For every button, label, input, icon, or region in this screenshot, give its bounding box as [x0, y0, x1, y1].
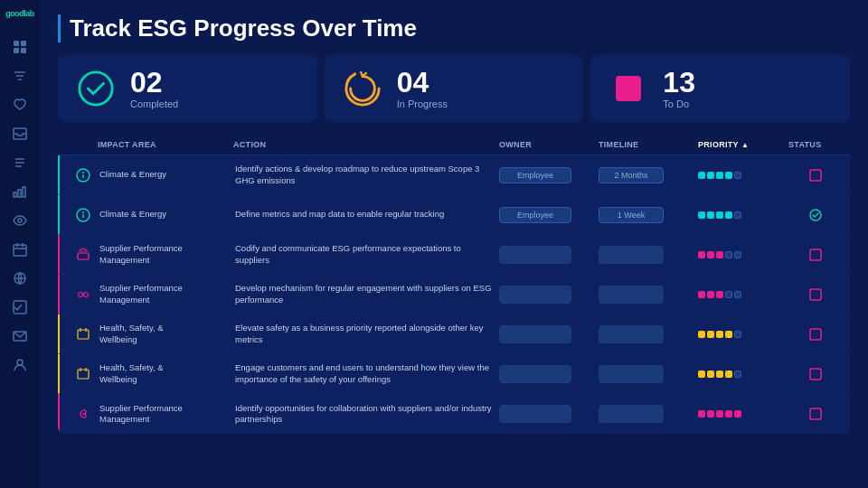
timeline-badge: 2 Months: [599, 167, 664, 183]
timeline-cell: [599, 246, 698, 264]
dot: [716, 251, 723, 258]
table-row: Health, Safety, &Wellbeing Engage custom…: [58, 354, 850, 394]
timeline-empty: [599, 286, 664, 304]
in-progress-icon: [343, 69, 382, 108]
sidebar-item-chart[interactable]: [5, 179, 34, 204]
svg-rect-15: [14, 245, 26, 256]
dot: [698, 251, 705, 258]
sidebar-item-globe[interactable]: [5, 266, 34, 291]
area-name: Supplier PerformanceManagement: [99, 283, 235, 305]
owner-cell: Employee: [499, 207, 599, 223]
dot: [716, 172, 723, 179]
status-cell: [788, 209, 843, 221]
sidebar-item-check[interactable]: [5, 295, 34, 320]
svg-rect-1: [21, 41, 26, 46]
owner-cell: Employee: [499, 167, 599, 183]
sidebar-item-dashboard[interactable]: [5, 34, 34, 60]
sidebar-item-inbox[interactable]: [5, 121, 34, 146]
svg-rect-2: [14, 48, 19, 53]
th-action: Action: [233, 140, 499, 149]
dot: [698, 172, 705, 179]
in-progress-number: 04: [397, 68, 448, 97]
th-owner: Owner: [499, 140, 599, 149]
area-name: Health, Safety, &Wellbeing: [99, 323, 235, 345]
sidebar-item-mail[interactable]: [5, 324, 34, 349]
timeline-empty: [599, 365, 664, 383]
timeline-cell: [599, 405, 698, 423]
table-row: Supplier PerformanceManagement Codify an…: [58, 235, 850, 275]
esg-table: Impact Area Action Owner Timeline Priori…: [58, 135, 850, 434]
owner-cell: [499, 325, 599, 343]
priority-dots: [698, 331, 788, 338]
timeline-cell: 1 Week: [599, 207, 698, 223]
owner-cell: [499, 246, 599, 264]
priority-dots: [698, 410, 788, 418]
row-icon: [67, 168, 99, 183]
area-name: Climate & Energy: [99, 169, 235, 180]
sidebar-item-calendar[interactable]: [5, 237, 34, 262]
svg-rect-49: [810, 408, 821, 419]
completed-label: Completed: [130, 99, 178, 109]
status-cell: [788, 169, 843, 182]
svg-rect-3: [21, 48, 26, 53]
sidebar-item-list[interactable]: [5, 150, 34, 175]
svg-rect-44: [810, 329, 821, 340]
area-name: Supplier PerformanceManagement: [99, 243, 235, 266]
svg-rect-12: [18, 190, 21, 197]
todo-icon: [609, 69, 648, 108]
action-text: Codify and communicate ESG performance e…: [235, 243, 499, 266]
svg-rect-0: [14, 41, 19, 46]
dot: [725, 251, 732, 258]
owner-badge: Employee: [499, 167, 571, 183]
dot: [716, 211, 723, 219]
dot: [698, 371, 705, 378]
status-cell: [788, 368, 843, 380]
timeline-empty: [599, 405, 664, 423]
todo-number: 13: [663, 68, 695, 97]
dot: [725, 211, 732, 219]
dot: [734, 331, 741, 338]
dot: [725, 410, 732, 418]
owner-cell: [499, 405, 599, 423]
sidebar: goodlab: [0, 0, 40, 488]
sidebar-item-filter[interactable]: [5, 63, 34, 89]
completed-info: 02 Completed: [130, 68, 178, 109]
todo-square-icon: [616, 76, 641, 101]
row-icon: [67, 248, 99, 262]
priority-dots: [698, 371, 788, 378]
timeline-cell: [599, 286, 698, 304]
timeline-empty: [599, 246, 664, 264]
sidebar-item-user[interactable]: [5, 352, 34, 378]
row-icon: [67, 327, 99, 342]
app-logo: goodlab: [5, 9, 34, 18]
owner-empty: [499, 246, 571, 264]
th-impact-area: Impact Area: [98, 140, 233, 149]
owner-badge: Employee: [499, 207, 571, 223]
summary-cards: 02 Completed 04 In Progress: [58, 55, 850, 122]
sidebar-item-eye[interactable]: [5, 208, 34, 233]
svg-rect-11: [14, 192, 16, 197]
svg-rect-40: [810, 289, 821, 300]
status-cell: [788, 408, 843, 420]
dot: [698, 331, 705, 338]
todo-info: 13 To Do: [663, 68, 695, 109]
priority-dots: [698, 291, 788, 298]
svg-rect-48: [810, 369, 821, 380]
action-text: Develop mechanism for regular engagement…: [235, 283, 499, 305]
dot: [734, 211, 741, 219]
owner-empty: [499, 325, 571, 343]
priority-dots: [698, 172, 788, 179]
status-cell: [788, 328, 843, 341]
dot: [716, 371, 723, 378]
action-text: Engage customers and end users to unders…: [235, 362, 499, 385]
card-in-progress: 04 In Progress: [325, 55, 584, 122]
action-text: Elevate safety as a business priority re…: [235, 323, 499, 345]
dot: [707, 291, 714, 298]
th-priority[interactable]: Priority ▲: [698, 140, 788, 149]
in-progress-info: 04 In Progress: [397, 68, 448, 109]
in-progress-label: In Progress: [397, 99, 448, 109]
dot: [734, 251, 741, 258]
svg-rect-30: [810, 170, 821, 181]
sidebar-item-heart[interactable]: [5, 92, 34, 117]
dot: [707, 172, 714, 179]
